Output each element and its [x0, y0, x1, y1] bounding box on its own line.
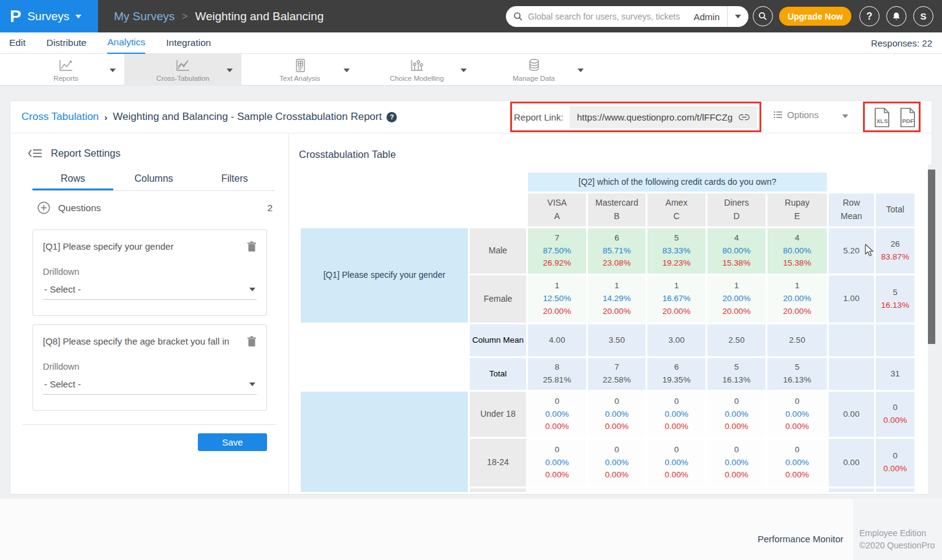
search-submit-button[interactable]: [753, 6, 773, 26]
cross-tabulation-breadcrumb-link[interactable]: Cross Tabulation: [21, 111, 99, 123]
chevron-down-icon[interactable]: [842, 114, 848, 118]
cell-line: 2.50: [789, 334, 805, 347]
toolbar-text-analysis[interactable]: Text Analysis: [241, 54, 358, 86]
toolbar-label: Reports: [53, 75, 78, 82]
bell-icon: [892, 12, 901, 21]
chevron-down-icon[interactable]: [344, 69, 350, 72]
cell-line: 80.00%: [723, 245, 751, 258]
product-switcher[interactable]: P Surveys: [0, 0, 98, 32]
crosstab-table-title: Crosstabulation Table: [299, 149, 396, 160]
cell-line: 85.71%: [603, 245, 631, 258]
nav-edit[interactable]: Edit: [9, 33, 26, 53]
cell-line: 20.00%: [543, 305, 571, 318]
cell-line: 14.29%: [603, 293, 631, 305]
total-cell: 00.00%: [876, 392, 914, 437]
row-group-q1: [Q1] Please specify your gender: [301, 228, 468, 323]
nav-distribute[interactable]: Distribute: [47, 33, 86, 53]
question-title: [Q8] Please specify the age bracket you …: [43, 336, 247, 347]
cell-line: Row: [843, 196, 860, 210]
data-cell: 00.00%0.00%: [767, 439, 827, 487]
cell-line: 0.00%: [545, 469, 568, 482]
data-cell: 00.00%0.00%: [647, 392, 706, 437]
data-cell: 685.71%23.08%: [588, 228, 646, 274]
row-label: 18-24: [470, 439, 526, 487]
cell-line: 0.00%: [785, 408, 808, 421]
cell-line: 83.87%: [881, 251, 910, 264]
settings-tabs: Rows Columns Filters: [32, 172, 275, 191]
chevron-down-icon[interactable]: [110, 69, 116, 72]
tab-columns[interactable]: Columns: [113, 172, 194, 190]
chevron-down-icon[interactable]: [578, 69, 584, 72]
row-label: Column Mean: [470, 324, 526, 356]
divider: [23, 424, 276, 425]
pdf-icon-label: PDF: [902, 118, 914, 124]
search-scope-admin[interactable]: Admin: [686, 12, 727, 22]
data-cell: 00.00%0.00%: [588, 392, 646, 437]
search-scope-dropdown[interactable]: [728, 15, 748, 18]
chevron-down-icon[interactable]: [461, 69, 467, 72]
collapse-panel-icon[interactable]: [28, 148, 42, 159]
user-avatar[interactable]: S: [913, 6, 933, 26]
drilldown-select-q1[interactable]: - Select -: [43, 278, 257, 300]
cell-line: 8: [555, 361, 560, 374]
cell-line: Diners: [724, 196, 748, 210]
drilldown-select-q8[interactable]: - Select -: [43, 373, 257, 395]
row-label: Under 18: [470, 392, 526, 437]
toolbar-manage-data[interactable]: Manage Data: [475, 54, 592, 86]
help-icon[interactable]: ?: [386, 112, 397, 122]
export-xls-button[interactable]: XLS: [873, 108, 891, 127]
cell-line: 0.00%: [725, 469, 748, 482]
trash-icon[interactable]: [247, 241, 257, 252]
data-cell: 619.35%: [647, 358, 706, 390]
vertical-scrollbar-thumb[interactable]: [928, 170, 935, 344]
toolbar-choice-modelling[interactable]: Choice Modelling: [358, 54, 475, 86]
data-cell: 516.13%: [707, 358, 766, 390]
options-menu[interactable]: Options: [774, 110, 819, 120]
chevron-down-icon[interactable]: [227, 69, 233, 72]
breadcrumb-current-survey: Weighting and Balancing: [195, 10, 324, 23]
cell-line: 7: [614, 361, 619, 374]
cell-line: 26.92%: [543, 257, 571, 270]
cell-line: 3.00: [668, 334, 684, 347]
cell-line: 20.00%: [723, 293, 751, 305]
analytics-toolbar: Reports Cross-Tabulation Text Analysis C…: [0, 54, 942, 86]
drilldown-label: Drilldown: [43, 362, 257, 371]
tab-filters[interactable]: Filters: [194, 172, 275, 190]
help-button[interactable]: ?: [859, 6, 880, 26]
nav-analytics[interactable]: Analytics: [107, 32, 145, 54]
global-search[interactable]: Global search for users, surveys, ticket…: [506, 6, 748, 27]
vertical-scrollbar-track[interactable]: [928, 165, 935, 495]
tab-rows[interactable]: Rows: [32, 172, 113, 190]
export-pdf-button[interactable]: PDF: [899, 108, 917, 127]
nav-integration[interactable]: Integration: [166, 33, 211, 53]
questions-label: Questions: [58, 203, 259, 214]
row-mean-header: RowMean: [829, 193, 874, 226]
report-link-url[interactable]: https://www.questionpro.com/t/lFFCZg: [577, 112, 733, 122]
data-cell: 2.50: [707, 324, 766, 356]
breadcrumb-my-surveys[interactable]: My Surveys: [114, 10, 175, 23]
cell-line: E: [794, 210, 800, 223]
cell-line: D: [733, 210, 739, 223]
upgrade-now-button[interactable]: Upgrade Now: [779, 7, 851, 26]
add-question-icon[interactable]: [37, 201, 50, 214]
performance-monitor-link[interactable]: Performance Monitor: [758, 534, 843, 544]
search-placeholder[interactable]: Global search for users, surveys, ticket…: [528, 12, 686, 21]
report-link-field[interactable]: https://www.questionpro.com/t/lFFCZg: [570, 106, 757, 129]
data-cell-cutoff: [707, 488, 766, 492]
toolbar-cross-tabulation[interactable]: Cross-Tabulation: [124, 54, 241, 86]
cell-line: 1: [734, 280, 739, 293]
xls-icon-label: XLS: [876, 118, 887, 124]
trash-icon[interactable]: [247, 336, 257, 347]
cell-line: 0: [734, 395, 739, 408]
cell-line: 5: [734, 361, 739, 374]
save-button[interactable]: Save: [198, 433, 267, 451]
toolbar-reports[interactable]: Reports: [7, 54, 124, 86]
data-cell: 480.00%15.38%: [707, 228, 766, 274]
data-cell: 114.29%20.00%: [588, 275, 646, 323]
cell-line: 4: [795, 232, 800, 245]
cell-line: 20.00%: [663, 305, 691, 318]
data-cell: 825.81%: [528, 358, 586, 390]
row-mean-cell: 1.00: [829, 275, 874, 323]
data-cell: 00.00%0.00%: [528, 392, 586, 437]
notifications-button[interactable]: [886, 6, 906, 26]
